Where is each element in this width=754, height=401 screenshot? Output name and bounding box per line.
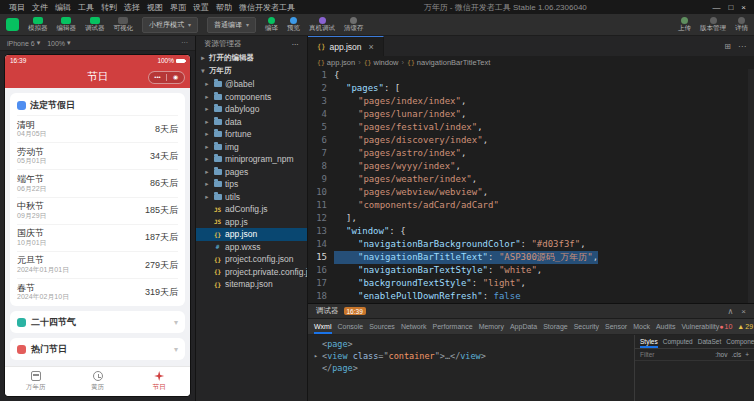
tree-item[interactable]: JSadConfig.js [196, 203, 307, 216]
compile-mode-dropdown[interactable]: 普通编译 ▾ [207, 17, 256, 33]
code-line[interactable]: 2"pages": [ [308, 82, 754, 95]
breadcrumb-item[interactable]: {}window [364, 58, 399, 67]
menu-item[interactable]: 微信开发者工具 [236, 2, 298, 13]
tree-item[interactable]: ▸utils [196, 191, 307, 204]
menu-item[interactable]: 视图 [144, 2, 166, 13]
code-line[interactable]: 16"navigationBarTextStyle": "white", [308, 264, 754, 277]
code-line[interactable]: 12], [308, 212, 754, 225]
tabbar-item-calendar[interactable]: 万年历 [5, 367, 67, 396]
tree-item[interactable]: ▸tips [196, 178, 307, 191]
devtools-tab-mock[interactable]: Mock [633, 319, 650, 334]
devtools-tab-sensor[interactable]: Sensor [605, 319, 627, 334]
tree-item[interactable]: ▸components [196, 91, 307, 104]
close-panel-icon[interactable]: × [741, 307, 746, 316]
code-line[interactable]: 17"backgroundTextStyle": "light", [308, 277, 754, 290]
toolbar-action-button[interactable]: 真机调试 [309, 17, 335, 32]
capsule-menu[interactable]: ••• ◉ [148, 71, 185, 84]
dom-node[interactable]: <page> [314, 338, 628, 350]
minimize-button[interactable]: — [712, 3, 720, 12]
split-editor-icon[interactable]: ⊞ [724, 42, 731, 51]
tree-item[interactable]: ▸pages [196, 166, 307, 179]
holiday-row[interactable]: 劳动节05月01日34天后 [17, 142, 178, 169]
holiday-row[interactable]: 元旦节2024年01月01日279天后 [17, 251, 178, 278]
editor-tab-app-json[interactable]: {} app.json × [308, 36, 384, 56]
close-tab-icon[interactable]: × [369, 42, 374, 52]
code-line[interactable]: 11"components/adCard/adCard" [308, 199, 754, 212]
toolbar-toggle[interactable]: 模拟器 [28, 17, 48, 32]
collapse-panel-icon[interactable]: ∧ [727, 307, 733, 316]
dom-node[interactable]: ▸<view class="container">…</view> [314, 350, 628, 362]
styles-filter-input[interactable]: Filter [640, 351, 654, 358]
tree-item[interactable]: ▸fortune [196, 128, 307, 141]
menu-item[interactable]: 选择 [121, 2, 143, 13]
menu-item[interactable]: 文件 [29, 2, 51, 13]
holiday-row[interactable]: 中秋节09月29日185天后 [17, 197, 178, 224]
home-target-icon[interactable]: ◉ [167, 74, 184, 80]
toolbar-toggle[interactable]: 调试器 [85, 17, 105, 32]
wxml-dom-tree[interactable]: <page>▸<view class="container">…</view><… [308, 335, 634, 401]
code-line[interactable]: 6"pages/discovery/index", [308, 134, 754, 147]
project-root-folder[interactable]: ▾ 万年历 [196, 64, 307, 77]
tree-item[interactable]: ▸img [196, 141, 307, 154]
menu-item[interactable]: 设置 [190, 2, 212, 13]
tabbar-item-clock[interactable]: 黄历 [67, 367, 129, 396]
toolbar-action-button[interactable]: 详情 [735, 17, 748, 32]
devtools-tab-security[interactable]: Security [574, 319, 599, 334]
devtools-tab-storage[interactable]: Storage [543, 319, 568, 334]
tree-item[interactable]: {}app.json [196, 228, 307, 241]
toolbar-action-button[interactable]: 清缓存 [344, 17, 364, 32]
styles-tab-dataset[interactable]: DataSet [698, 335, 722, 348]
style-tool-button[interactable]: + [745, 351, 749, 358]
toolbar-toggle[interactable]: 编辑器 [57, 17, 77, 32]
menu-item[interactable]: 界面 [167, 2, 189, 13]
tree-item[interactable]: JSapp.js [196, 216, 307, 229]
tree-item[interactable]: ▸data [196, 116, 307, 129]
tree-item[interactable]: ▸miniprogram_npm [196, 153, 307, 166]
code-line[interactable]: 18"enablePullDownRefresh": false [308, 290, 754, 303]
code-line[interactable]: 15"navigationBarTitleText": "ASP300源码_万年… [308, 251, 754, 264]
code-line[interactable]: 13"window": { [308, 225, 754, 238]
devtools-tab-vulnerability[interactable]: Vulnerability [681, 319, 719, 334]
code-line[interactable]: 10"pages/webview/webview", [308, 186, 754, 199]
maximize-button[interactable]: □ [728, 3, 733, 12]
code-line[interactable]: 14"navigationBarBackgroundColor": "#d03f… [308, 238, 754, 251]
code-line[interactable]: 7"pages/astro/index", [308, 147, 754, 160]
menu-item[interactable]: 帮助 [213, 2, 235, 13]
toolbar-action-button[interactable]: 版本管理 [700, 17, 726, 32]
devtools-tab-appdata[interactable]: AppData [510, 319, 537, 334]
more-dots-icon[interactable]: ••• [149, 74, 166, 80]
devtools-tab-audits[interactable]: Audits [656, 319, 675, 334]
styles-tab-component-data[interactable]: Component Data [726, 335, 754, 348]
code-line[interactable]: 8"pages/wyyy/index", [308, 160, 754, 173]
holiday-row[interactable]: 国庆节10月01日187天后 [17, 224, 178, 251]
holiday-row[interactable]: 清明04月05日8天后 [17, 115, 178, 142]
code-line[interactable]: 5"pages/festival/index", [308, 121, 754, 134]
breadcrumb-item[interactable]: {}app.json [317, 58, 355, 67]
devtools-tab-sources[interactable]: Sources [369, 319, 395, 334]
menu-item[interactable]: 转到 [98, 2, 120, 13]
devtools-tab-wxml[interactable]: Wxml [314, 319, 332, 334]
more-actions-icon[interactable]: ⋯ [292, 40, 300, 49]
style-tool-button[interactable]: .cls [731, 351, 741, 358]
collapsible-section[interactable]: 热门节日▾ [10, 338, 185, 360]
menu-item[interactable]: 编辑 [52, 2, 74, 13]
tree-item[interactable]: ▸@babel [196, 78, 307, 91]
tree-item[interactable]: {}project.private.config.json [196, 266, 307, 279]
code-line[interactable]: 4"pages/lunar/index", [308, 108, 754, 121]
devtools-tab-memory[interactable]: Memory [479, 319, 504, 334]
code-editor[interactable]: 1{2"pages": [3"pages/index/index",4"page… [308, 69, 754, 303]
open-editors-section[interactable]: ▸ 打开的编辑器 [196, 51, 307, 64]
tree-item[interactable]: {}sitemap.json [196, 278, 307, 291]
toolbar-action-button[interactable]: 上传 [678, 17, 691, 32]
dom-node[interactable]: </page> [314, 362, 628, 374]
tree-item[interactable]: {}project.config.json [196, 253, 307, 266]
collapsible-section[interactable]: 二十四节气▾ [10, 311, 185, 333]
close-button[interactable]: × [741, 3, 746, 12]
holiday-row[interactable]: 春节2024年02月10日319天后 [17, 278, 178, 305]
toolbar-action-button[interactable]: 预览 [287, 17, 300, 32]
toolbar-toggle[interactable]: 可视化 [114, 17, 134, 32]
menu-item[interactable]: 项目 [6, 2, 28, 13]
tree-item[interactable]: #app.wxss [196, 241, 307, 254]
mode-dropdown[interactable]: 小程序模式 ▾ [142, 17, 198, 33]
code-line[interactable]: 3"pages/index/index", [308, 95, 754, 108]
